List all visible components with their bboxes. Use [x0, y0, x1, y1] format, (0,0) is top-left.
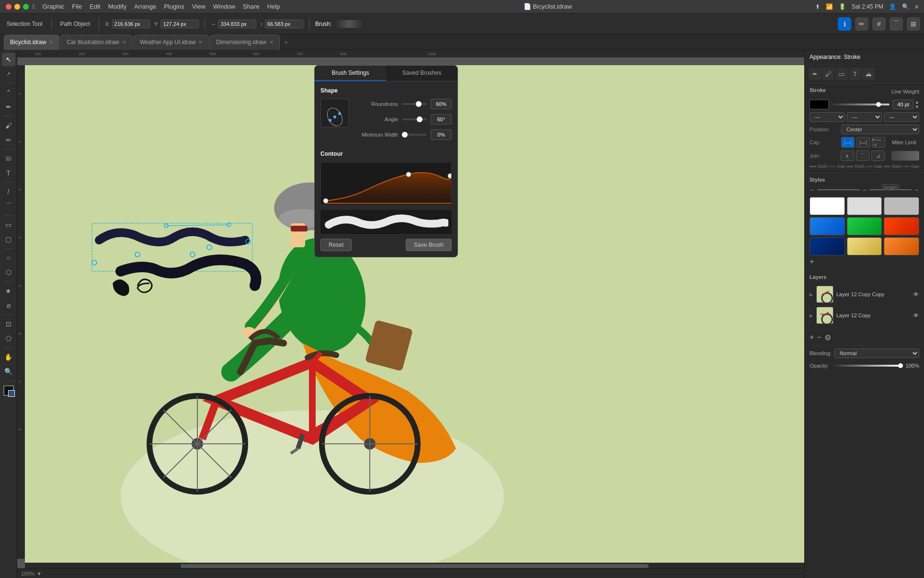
miter-limit-input[interactable]	[891, 151, 920, 161]
layer-expand-1[interactable]: ▶	[810, 292, 813, 297]
style-swatch-yellow[interactable]	[847, 237, 882, 255]
cap-round[interactable]: )—(	[856, 137, 870, 148]
menu-window[interactable]: Window	[213, 3, 235, 10]
join-round[interactable]: ⌒	[856, 150, 869, 161]
zoom-button[interactable]	[23, 4, 29, 10]
layer-row-1[interactable]: ▶ Layer 12 Copy Copy 👁	[810, 284, 919, 305]
tab-bicyclist-close[interactable]: ✕	[49, 39, 53, 46]
stroke-tool-fill[interactable]: ✒	[809, 68, 821, 80]
x-input[interactable]	[112, 20, 150, 28]
add-layer-button[interactable]: +	[810, 333, 814, 342]
minimize-button[interactable]	[14, 4, 20, 10]
tab-bicyclist[interactable]: Bicyclist.idraw ✕	[4, 35, 59, 50]
brush-settings-tab[interactable]: Brush Settings	[315, 66, 386, 81]
style-swatch-orange[interactable]	[884, 237, 919, 255]
line-style-select-1[interactable]: —	[810, 112, 845, 122]
save-brush-button[interactable]: Save Brush	[406, 239, 452, 251]
fill-color[interactable]	[3, 385, 14, 396]
horizontal-scrollbar[interactable]	[25, 563, 804, 568]
zoom-level[interactable]: 100%	[21, 571, 34, 577]
tool-freehand[interactable]: ⌀	[2, 299, 15, 312]
tool-line[interactable]: /	[2, 185, 15, 198]
contour-graph[interactable]	[320, 162, 452, 205]
style-swatch-medium-gray[interactable]	[884, 197, 919, 215]
tab-car[interactable]: Car Illustration.idraw ✕	[60, 35, 132, 50]
angle-value[interactable]: 60°	[431, 114, 452, 125]
layer-settings-button[interactable]: ⚙	[824, 333, 831, 342]
opacity-thumb[interactable]	[898, 363, 903, 368]
info-button[interactable]: ℹ	[838, 17, 851, 31]
tool-brush[interactable]: 🖌	[2, 119, 15, 132]
lw-decrement[interactable]: ▼	[915, 105, 919, 109]
close-button[interactable]	[6, 4, 11, 10]
tool-pen[interactable]: ✒	[2, 100, 15, 114]
scrollbar-thumb[interactable]	[181, 564, 648, 568]
stroke-color-swatch[interactable]	[810, 100, 829, 109]
line-weight-thumb[interactable]	[876, 102, 881, 107]
roundness-value[interactable]: 60%	[431, 99, 452, 109]
menu-help[interactable]: Help	[267, 3, 280, 10]
line-weight-slider[interactable]	[832, 104, 890, 105]
angle-slider[interactable]	[402, 118, 427, 120]
style-button[interactable]: ✏	[855, 17, 868, 31]
layer-visibility-1[interactable]: 👁	[913, 291, 919, 298]
tool-shear[interactable]: ⬠	[2, 332, 15, 345]
tab-car-close[interactable]: ✕	[122, 39, 126, 46]
line-style-select-3[interactable]: —	[884, 112, 919, 122]
saved-brushes-tab[interactable]: Saved Brushes	[386, 66, 457, 81]
join-miter[interactable]: ∧	[841, 150, 854, 161]
apple-menu[interactable]: 	[33, 3, 35, 10]
tool-pencil[interactable]: ✏	[2, 133, 15, 147]
menu-graphic[interactable]: Graphic	[43, 3, 65, 10]
delete-layer-button[interactable]: −	[817, 333, 821, 342]
tab-dimensioning-close[interactable]: ✕	[269, 39, 274, 46]
canvas-container[interactable]: 1 2 3 4 5 6 7 8	[17, 58, 804, 568]
grid-button[interactable]: #	[872, 17, 886, 31]
min-width-slider[interactable]	[402, 134, 427, 136]
tab-weather[interactable]: Weather App UI.idraw ✕	[134, 35, 209, 50]
traffic-lights[interactable]	[6, 4, 29, 10]
layers-button[interactable]: ⊞	[907, 17, 920, 31]
opacity-slider[interactable]	[832, 365, 903, 367]
menu-view[interactable]: View	[192, 3, 205, 10]
layer-row-2[interactable]: ▶ Layer 12 Copy 👁	[810, 305, 919, 326]
roundness-slider[interactable]	[402, 103, 427, 105]
control-center-icon[interactable]: ≡	[915, 3, 918, 10]
add-style-button[interactable]: +	[810, 257, 919, 266]
blending-select[interactable]: Normal Multiply Screen Overlay	[834, 348, 919, 358]
line-weight-input[interactable]: 40 pt	[892, 100, 914, 109]
stroke-tool-text[interactable]: T	[849, 68, 861, 80]
style-swatch-light-gray[interactable]	[847, 197, 882, 215]
cap-square[interactable]: ⊢—⊣	[872, 137, 885, 148]
menu-plugins[interactable]: Plugins	[164, 3, 184, 10]
tool-star[interactable]: ★	[2, 284, 15, 298]
menu-edit[interactable]: Edit	[90, 3, 100, 10]
reset-button[interactable]: Reset	[320, 239, 352, 251]
style-swatch-red-orange[interactable]	[884, 217, 919, 235]
menu-modify[interactable]: Modify	[108, 3, 126, 10]
menu-share[interactable]: Share	[243, 3, 260, 10]
tool-polygon[interactable]: ⬡	[2, 266, 15, 279]
stroke-tool-rect[interactable]: ▭	[835, 68, 848, 80]
tool-direct-select[interactable]: ↗	[2, 67, 15, 81]
brush-preview[interactable]	[335, 20, 364, 28]
min-width-value[interactable]: 0%	[431, 129, 452, 140]
tool-3d[interactable]: 3D	[2, 152, 15, 165]
tool-node[interactable]: ⌃	[2, 86, 15, 99]
zoom-icon[interactable]: ▼	[36, 571, 42, 577]
lw-increment[interactable]: ▲	[915, 100, 919, 104]
y-input[interactable]	[160, 20, 199, 28]
tab-weather-close[interactable]: ✕	[198, 39, 203, 46]
tool-hand[interactable]: ✋	[2, 350, 15, 364]
menu-arrange[interactable]: Arrange	[134, 3, 156, 10]
join-bevel[interactable]: ⊿	[871, 150, 885, 161]
tool-rect[interactable]: ▭	[2, 218, 15, 231]
layer-expand-2[interactable]: ▶	[810, 313, 813, 318]
tabs-overflow[interactable]: »	[285, 39, 288, 46]
tool-text[interactable]: T	[2, 166, 15, 180]
stroke-tool-image[interactable]: ⛰	[862, 68, 875, 80]
search-icon[interactable]: 🔍	[902, 3, 909, 10]
menu-file[interactable]: File	[72, 3, 82, 10]
style-swatch-white[interactable]	[810, 197, 845, 215]
style-swatch-blue[interactable]	[810, 217, 845, 235]
